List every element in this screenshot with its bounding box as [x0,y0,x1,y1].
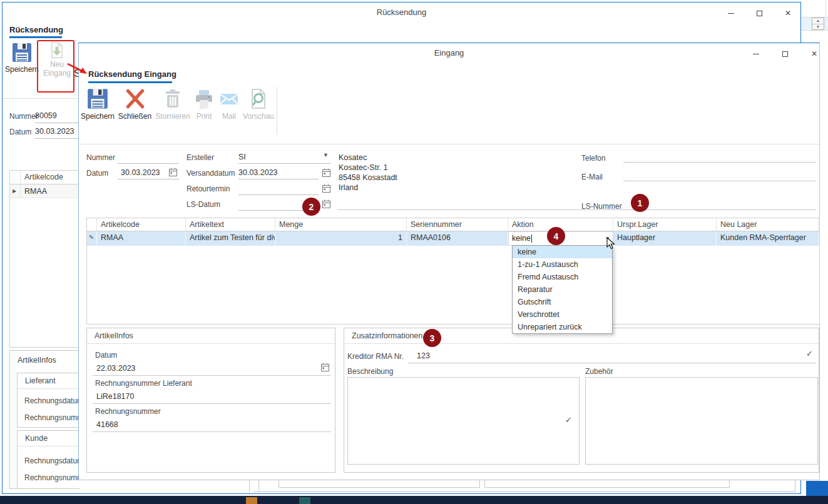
ai-renr-lieferant-value[interactable]: LiRe18170 [96,392,134,401]
kreditor-rma-label: Kreditor RMA Nr. [347,352,404,361]
table-row[interactable]: ✎ RMAA Artikel zum Testen für diver... 1… [87,231,819,246]
rechnungsnummer-label: Rechnungsnummer [24,413,79,422]
minimize-icon [728,13,734,14]
tab-underline [88,81,172,83]
close-button[interactable]: ✕ [782,8,794,18]
calendar-icon[interactable] [322,199,331,209]
maximize-button[interactable] [754,8,765,18]
taskbar-tile-orange[interactable] [246,497,257,504]
datum-value[interactable]: 30.03.2023 [35,127,74,136]
checkmark-icon[interactable]: ✓ [565,415,572,425]
kreditor-underline [408,363,816,363]
beschreibung-textarea[interactable] [347,377,580,465]
column-header-artikelcode[interactable]: Artikelcode [97,218,186,231]
tab-ruecksendung[interactable]: Rücksendung [9,25,63,34]
nummer-field[interactable] [118,163,179,164]
aktion-editor-value[interactable]: keine [509,234,531,243]
red-x-icon [123,87,147,111]
ersteller-underline [238,163,331,164]
taskbar[interactable] [0,496,828,504]
field-underline [93,403,331,404]
panel-title: ArtikelInfos [10,351,79,365]
ai-renr-value[interactable]: 41668 [96,420,118,429]
rechnungsnummer-label: Rechnungsnummer [24,473,79,482]
dropdown-option[interactable]: Fremd Austausch [513,271,612,283]
dropdown-option[interactable]: 1-zu-1 Austausch [513,258,612,271]
mouse-cursor [606,237,616,250]
current-row-triangle-icon: ▶ [10,184,21,198]
column-header[interactable]: Artikelcode [21,171,63,184]
annotation-arrow [64,61,91,78]
spinner-down-icon[interactable]: ▼ [812,24,824,30]
annotation-badge-ls-datum: 2 [302,198,320,216]
calendar-icon[interactable] [322,168,331,178]
column-header-ursprlager[interactable]: Urspr.Lager [613,218,717,231]
cell-ursprlager: Hauptlager [613,231,717,246]
datum-label: Datum [86,169,108,178]
spinner-up-icon[interactable]: ▲ [812,18,824,24]
calendar-icon[interactable] [322,184,331,193]
column-header-seriennummer[interactable]: Seriennummer [407,218,508,231]
save-button[interactable]: Speichern [6,41,38,78]
versanddatum-label: Versanddatum [187,169,235,178]
table-row[interactable]: ▶ RMAA [10,184,78,198]
minimize-button[interactable] [750,49,762,59]
dropdown-option[interactable]: keine [513,246,612,258]
cell-artikelcode: RMAA [21,184,47,198]
calendar-icon[interactable] [168,168,178,177]
background-app-fragment: ▲ ▼ [801,0,828,43]
minimize-button[interactable] [725,8,737,18]
aktion-dropdown-list: keine 1-zu-1 Austausch Fremd Austausch R… [512,245,613,334]
chevron-down-icon[interactable]: ▼ [323,152,329,158]
field-underline [35,138,79,139]
column-header-menge[interactable]: Menge [275,218,407,231]
grid-line [825,0,826,17]
dropdown-option[interactable]: Verschrottet [513,308,612,321]
save-label: Speichern [5,65,39,74]
taskbar-tile-teal[interactable] [299,497,310,504]
floppy-disk-icon [86,87,110,111]
maximize-icon [782,51,788,57]
email-field[interactable] [623,181,816,181]
telefon-field[interactable] [623,162,816,163]
spinner-control[interactable]: ▲ ▼ [812,18,824,30]
save-label: Speichern [81,112,115,121]
nummer-value[interactable]: 80059 [35,111,57,120]
dropdown-option[interactable]: Gutschrift [513,296,612,308]
ribbon-divider [3,98,79,99]
email-label: E-Mail [581,173,603,181]
checkmark-icon[interactable]: ✓ [806,349,813,358]
annotation-badge-ls-nummer: 1 [631,194,649,212]
ai-datum-value[interactable]: 22.03.2023 [96,364,136,373]
maximize-button[interactable] [779,49,790,59]
close-form-button[interactable]: Schließen [117,87,153,123]
versanddatum-value[interactable]: 30.03.2023 [238,168,278,177]
calendar-icon[interactable] [320,363,330,372]
ls-nummer-field[interactable] [337,209,816,210]
kunde-group: Kunde Rechnungsdatum Rechnungsnummer [17,430,79,489]
ai-renr-label: Rechnungsnummer [95,407,161,416]
cancel-button: Stornieren [154,87,192,123]
close-button[interactable]: ✕ [809,49,820,59]
datum-value[interactable]: 30.03.2023 [121,168,160,177]
nummer-label: Nummer [86,153,115,162]
ai-renr-lieferant-label: Rechnungsnummer Lieferant [95,379,192,388]
ersteller-value[interactable]: SI [238,153,246,161]
tab-underline [9,36,62,38]
printer-icon [193,87,215,111]
group-title: Kunde [18,431,79,446]
cell-neulager: Kunden RMA-Sperrlager [717,231,819,246]
dropdown-option[interactable]: Unrepariert zurück [513,321,612,333]
dropdown-option[interactable]: Reparatur [513,283,612,296]
field-underline [93,431,331,432]
minimize-icon [753,54,759,54]
column-header-artikeltext[interactable]: Artikeltext [186,218,275,231]
save-button[interactable]: Speichern [81,87,114,123]
tab-ruecksendung-eingang[interactable]: Rücksendung Eingang [88,69,176,79]
address-line: 85458 Kosastadt [339,173,397,183]
print-label: Print [197,112,212,121]
bg-article-grid: Artikelcode ▶ RMAA [9,170,79,348]
column-header-neulager[interactable]: Neu Lager [717,218,819,231]
zubehoer-textarea[interactable] [585,377,818,465]
kreditor-rma-value[interactable]: 123 [417,351,430,360]
